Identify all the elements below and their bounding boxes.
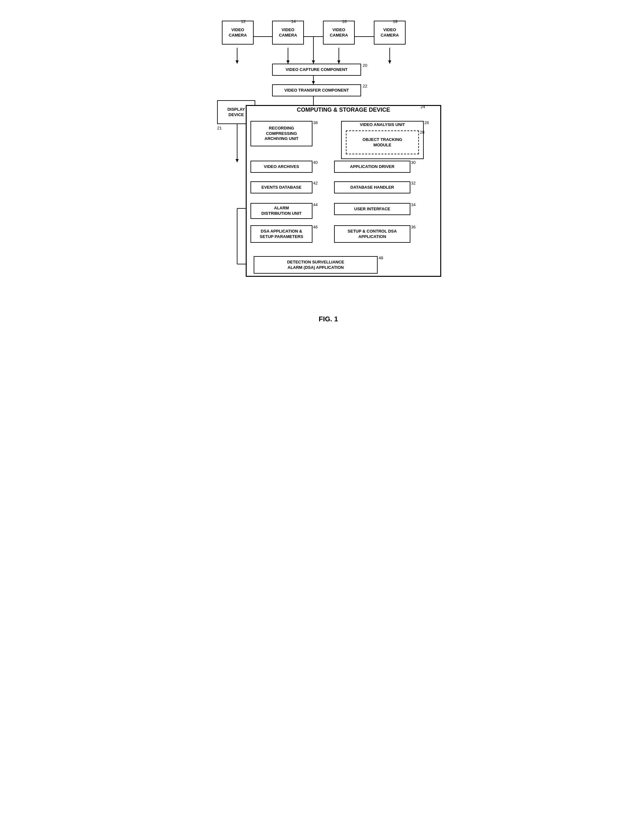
ref-36: 36: [411, 224, 416, 229]
ref-16: 16: [342, 19, 347, 24]
ref-34: 34: [411, 202, 416, 207]
svg-marker-16: [236, 159, 239, 162]
video-analysis-label: VIDEO ANALYSIS UNIT: [343, 122, 422, 127]
camera-16: VIDEOCAMERA: [323, 21, 355, 45]
ref-21: 21: [217, 126, 222, 131]
camera-14: VIDEOCAMERA: [272, 21, 304, 45]
ref-14: 14: [291, 19, 296, 24]
fig-caption: FIG. 1: [204, 315, 452, 323]
alarm-dist: ALARMDISTRIBUTION UNIT: [250, 203, 313, 219]
dsa-app: DSA APPLICATION &SETUP PARAMETERS: [250, 225, 313, 243]
diagram-area: VIDEOCAMERA 12 VIDEOCAMERA 14 VIDEOCAMER…: [204, 16, 452, 328]
detection-app: DETECTION SURVELLIANCEALARM (DSA) APPLIC…: [254, 256, 378, 274]
video-transfer: VIDEO TRANSFER COMPONENT: [272, 84, 361, 97]
camera-12: VIDEOCAMERA: [222, 21, 254, 45]
svg-marker-12: [312, 81, 315, 84]
db-handler: DATABASE HANDLER: [334, 181, 410, 194]
ref-12: 12: [241, 19, 245, 24]
ref-38: 38: [313, 120, 317, 125]
setup-control: SETUP & CONTROL DSAAPPLICATION: [334, 225, 410, 243]
svg-marker-1: [236, 60, 239, 64]
ref-30: 30: [411, 160, 416, 165]
events-database: EVENTS DATABASE: [250, 181, 313, 194]
camera-18: VIDEOCAMERA: [374, 21, 406, 45]
svg-marker-10: [312, 60, 315, 64]
ref-48: 48: [379, 255, 383, 260]
svg-marker-7: [388, 60, 391, 64]
recording-unit: RECORDINGCOMPRESSINGARCHIVING UNIT: [250, 121, 313, 146]
app-driver: APPLICATION DRIVER: [334, 161, 410, 173]
ref-32: 32: [411, 181, 416, 186]
svg-marker-3: [287, 60, 290, 64]
ref-18: 18: [393, 19, 397, 24]
object-tracking: OBJECT TRACKINGMODULE: [346, 131, 419, 154]
ref-44: 44: [313, 202, 317, 207]
ref-42: 42: [313, 181, 317, 186]
computing-storage-title: COMPUTING & STORAGE DEVICE: [246, 106, 441, 113]
video-capture: VIDEO CAPTURE COMPONENT: [272, 64, 361, 76]
video-archives: VIDEO ARCHIVES: [250, 161, 313, 173]
svg-marker-5: [337, 60, 340, 64]
ref-28: 28: [420, 130, 424, 135]
ref-22: 22: [363, 84, 367, 88]
ref-46: 46: [313, 224, 317, 229]
ref-26: 26: [424, 120, 429, 125]
ref-40: 40: [313, 160, 317, 165]
user-interface: USER INTERFACE: [334, 203, 410, 215]
ref-20: 20: [363, 63, 367, 68]
